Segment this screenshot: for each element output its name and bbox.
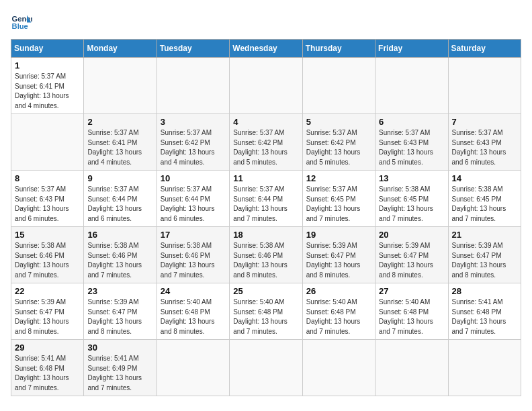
day-number: 2 xyxy=(87,117,152,127)
cell-info: Sunrise: 5:38 AMSunset: 6:46 PMDaylight:… xyxy=(15,242,69,279)
day-number: 1 xyxy=(15,60,80,71)
day-number: 25 xyxy=(233,286,298,296)
day-of-week-header: Friday xyxy=(375,40,448,58)
day-number: 19 xyxy=(306,230,371,240)
logo-icon: General Blue xyxy=(11,11,32,32)
calendar-cell xyxy=(157,340,229,396)
cell-info: Sunrise: 5:37 AMSunset: 6:42 PMDaylight:… xyxy=(306,129,361,166)
cell-info: Sunrise: 5:37 AMSunset: 6:44 PMDaylight:… xyxy=(233,185,287,222)
calendar-cell: 13 Sunrise: 5:38 AMSunset: 6:45 PMDaylig… xyxy=(375,171,448,227)
calendar-week-row: 8 Sunrise: 5:37 AMSunset: 6:43 PMDayligh… xyxy=(11,171,521,227)
calendar-cell xyxy=(375,58,448,114)
day-number: 11 xyxy=(233,173,298,183)
day-number: 3 xyxy=(161,117,226,127)
cell-info: Sunrise: 5:39 AMSunset: 6:47 PMDaylight:… xyxy=(87,298,142,335)
calendar-cell: 12 Sunrise: 5:37 AMSunset: 6:45 PMDaylig… xyxy=(302,171,375,227)
calendar-week-row: 1 Sunrise: 5:37 AMSunset: 6:41 PMDayligh… xyxy=(11,58,521,114)
calendar-cell: 26 Sunrise: 5:40 AMSunset: 6:48 PMDaylig… xyxy=(302,283,375,340)
cell-info: Sunrise: 5:37 AMSunset: 6:45 PMDaylight:… xyxy=(306,185,361,222)
day-of-week-header: Sunday xyxy=(11,40,84,58)
cell-info: Sunrise: 5:39 AMSunset: 6:47 PMDaylight:… xyxy=(452,242,506,279)
svg-text:Blue: Blue xyxy=(12,22,28,30)
logo: General Blue xyxy=(11,11,35,32)
calendar-cell: 17 Sunrise: 5:38 AMSunset: 6:46 PMDaylig… xyxy=(157,227,229,283)
cell-info: Sunrise: 5:38 AMSunset: 6:46 PMDaylight:… xyxy=(161,242,215,279)
day-number: 22 xyxy=(15,286,80,296)
cell-info: Sunrise: 5:38 AMSunset: 6:46 PMDaylight:… xyxy=(87,242,142,279)
day-number: 18 xyxy=(233,230,298,240)
calendar-cell xyxy=(230,340,302,396)
calendar-cell: 5 Sunrise: 5:37 AMSunset: 6:42 PMDayligh… xyxy=(302,114,375,171)
calendar-week-row: 22 Sunrise: 5:39 AMSunset: 6:47 PMDaylig… xyxy=(11,283,521,340)
day-number: 21 xyxy=(452,230,517,240)
calendar-cell: 24 Sunrise: 5:40 AMSunset: 6:48 PMDaylig… xyxy=(157,283,229,340)
cell-info: Sunrise: 5:38 AMSunset: 6:45 PMDaylight:… xyxy=(379,185,433,222)
calendar-cell: 15 Sunrise: 5:38 AMSunset: 6:46 PMDaylig… xyxy=(11,227,84,283)
calendar-cell: 22 Sunrise: 5:39 AMSunset: 6:47 PMDaylig… xyxy=(11,283,84,340)
calendar-cell xyxy=(375,340,448,396)
calendar-cell xyxy=(11,114,84,171)
calendar-cell: 19 Sunrise: 5:39 AMSunset: 6:47 PMDaylig… xyxy=(302,227,375,283)
calendar-week-row: 2 Sunrise: 5:37 AMSunset: 6:41 PMDayligh… xyxy=(11,114,521,171)
calendar-cell xyxy=(302,340,375,396)
day-number: 4 xyxy=(233,117,298,127)
calendar-cell: 21 Sunrise: 5:39 AMSunset: 6:47 PMDaylig… xyxy=(448,227,521,283)
cell-info: Sunrise: 5:37 AMSunset: 6:41 PMDaylight:… xyxy=(15,73,69,109)
calendar-cell: 18 Sunrise: 5:38 AMSunset: 6:46 PMDaylig… xyxy=(230,227,302,283)
calendar-header-row: SundayMondayTuesdayWednesdayThursdayFrid… xyxy=(11,40,521,58)
cell-info: Sunrise: 5:39 AMSunset: 6:47 PMDaylight:… xyxy=(15,298,69,335)
day-of-week-header: Saturday xyxy=(448,40,521,58)
cell-info: Sunrise: 5:37 AMSunset: 6:44 PMDaylight:… xyxy=(161,185,215,222)
day-number: 27 xyxy=(379,286,444,296)
day-number: 16 xyxy=(87,230,152,240)
calendar-cell xyxy=(448,340,521,396)
cell-info: Sunrise: 5:40 AMSunset: 6:48 PMDaylight:… xyxy=(161,298,215,335)
cell-info: Sunrise: 5:37 AMSunset: 6:42 PMDaylight:… xyxy=(161,129,215,166)
cell-info: Sunrise: 5:40 AMSunset: 6:48 PMDaylight:… xyxy=(306,298,361,335)
cell-info: Sunrise: 5:38 AMSunset: 6:45 PMDaylight:… xyxy=(452,185,506,222)
calendar-week-row: 15 Sunrise: 5:38 AMSunset: 6:46 PMDaylig… xyxy=(11,227,521,283)
day-number: 24 xyxy=(161,286,226,296)
calendar-cell: 8 Sunrise: 5:37 AMSunset: 6:43 PMDayligh… xyxy=(11,171,84,227)
cell-info: Sunrise: 5:37 AMSunset: 6:43 PMDaylight:… xyxy=(452,129,506,166)
cell-info: Sunrise: 5:39 AMSunset: 6:47 PMDaylight:… xyxy=(306,242,361,279)
day-number: 14 xyxy=(452,173,517,183)
calendar-cell: 29 Sunrise: 5:41 AMSunset: 6:48 PMDaylig… xyxy=(11,340,84,396)
calendar-cell xyxy=(157,58,229,114)
day-number: 15 xyxy=(15,230,80,240)
cell-info: Sunrise: 5:37 AMSunset: 6:41 PMDaylight:… xyxy=(87,129,142,166)
calendar-cell xyxy=(230,58,302,114)
day-number: 20 xyxy=(379,230,444,240)
calendar-cell: 2 Sunrise: 5:37 AMSunset: 6:41 PMDayligh… xyxy=(84,114,157,171)
calendar-body: 1 Sunrise: 5:37 AMSunset: 6:41 PMDayligh… xyxy=(11,58,521,396)
day-number: 30 xyxy=(87,342,152,353)
cell-info: Sunrise: 5:37 AMSunset: 6:43 PMDaylight:… xyxy=(15,185,69,222)
day-number: 13 xyxy=(379,173,444,183)
cell-info: Sunrise: 5:37 AMSunset: 6:43 PMDaylight:… xyxy=(379,129,433,166)
day-number: 28 xyxy=(452,286,517,296)
page-header: General Blue xyxy=(11,11,521,32)
calendar-cell: 6 Sunrise: 5:37 AMSunset: 6:43 PMDayligh… xyxy=(375,114,448,171)
day-number: 29 xyxy=(15,342,80,353)
calendar-table: SundayMondayTuesdayWednesdayThursdayFrid… xyxy=(11,39,521,396)
day-number: 9 xyxy=(87,173,152,183)
cell-info: Sunrise: 5:37 AMSunset: 6:44 PMDaylight:… xyxy=(87,185,142,222)
day-number: 10 xyxy=(161,173,226,183)
cell-info: Sunrise: 5:41 AMSunset: 6:49 PMDaylight:… xyxy=(87,355,142,392)
calendar-cell: 10 Sunrise: 5:37 AMSunset: 6:44 PMDaylig… xyxy=(157,171,229,227)
calendar-cell: 25 Sunrise: 5:40 AMSunset: 6:48 PMDaylig… xyxy=(230,283,302,340)
day-of-week-header: Tuesday xyxy=(157,40,229,58)
calendar-cell: 11 Sunrise: 5:37 AMSunset: 6:44 PMDaylig… xyxy=(230,171,302,227)
day-number: 7 xyxy=(452,117,517,127)
calendar-cell: 14 Sunrise: 5:38 AMSunset: 6:45 PMDaylig… xyxy=(448,171,521,227)
calendar-cell: 30 Sunrise: 5:41 AMSunset: 6:49 PMDaylig… xyxy=(84,340,157,396)
calendar-cell xyxy=(448,58,521,114)
calendar-cell: 3 Sunrise: 5:37 AMSunset: 6:42 PMDayligh… xyxy=(157,114,229,171)
calendar-cell xyxy=(302,58,375,114)
calendar-cell: 16 Sunrise: 5:38 AMSunset: 6:46 PMDaylig… xyxy=(84,227,157,283)
day-number: 8 xyxy=(15,173,80,183)
calendar-cell: 27 Sunrise: 5:40 AMSunset: 6:48 PMDaylig… xyxy=(375,283,448,340)
day-of-week-header: Thursday xyxy=(302,40,375,58)
calendar-cell: 9 Sunrise: 5:37 AMSunset: 6:44 PMDayligh… xyxy=(84,171,157,227)
cell-info: Sunrise: 5:40 AMSunset: 6:48 PMDaylight:… xyxy=(233,298,287,335)
